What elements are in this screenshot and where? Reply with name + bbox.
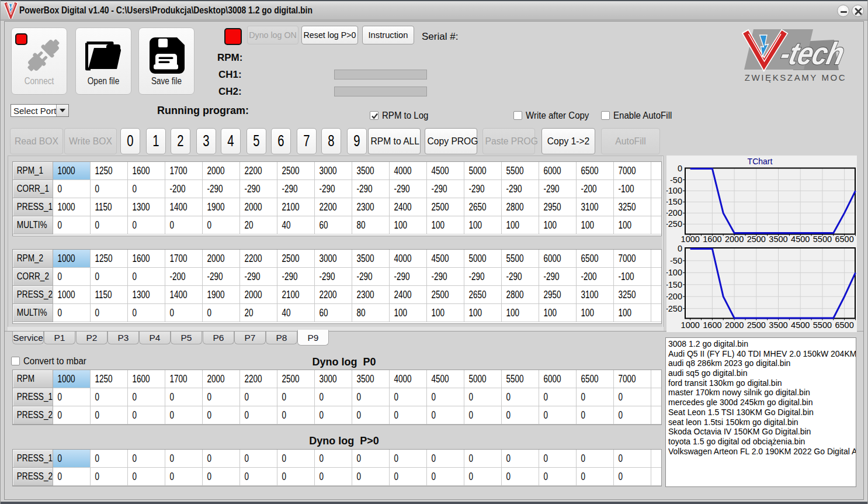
svg-text:-100: -100: [666, 268, 682, 277]
svg-text:3500: 3500: [769, 234, 787, 244]
svg-text:2500: 2500: [747, 234, 766, 244]
svg-text:1600: 1600: [703, 320, 721, 330]
svg-text:-tech: -tech: [777, 36, 848, 71]
svg-text:-250: -250: [666, 219, 682, 229]
svg-text:TChart: TChart: [748, 157, 773, 166]
svg-text:6500: 6500: [835, 234, 853, 244]
svg-text:2500: 2500: [747, 320, 766, 330]
svg-text:-100: -100: [666, 186, 682, 195]
svg-text:2000: 2000: [725, 234, 744, 244]
svg-text:2000: 2000: [725, 320, 744, 330]
svg-text:1000: 1000: [681, 234, 700, 244]
svg-text:-200: -200: [666, 292, 682, 301]
svg-text:-50: -50: [670, 256, 682, 265]
svg-text:0: 0: [678, 164, 682, 173]
svg-text:0: 0: [678, 244, 682, 253]
svg-text:-150: -150: [666, 280, 682, 289]
svg-text:-50: -50: [670, 175, 682, 185]
svg-text:5500: 5500: [813, 320, 832, 330]
svg-text:4500: 4500: [791, 234, 810, 244]
svg-text:1000: 1000: [681, 320, 700, 330]
svg-text:3500: 3500: [769, 320, 787, 330]
svg-text:ZWIĘKSZAMY MOC: ZWIĘKSZAMY MOC: [745, 73, 846, 82]
svg-text:5500: 5500: [813, 234, 832, 244]
svg-text:6500: 6500: [835, 320, 853, 330]
svg-text:1600: 1600: [703, 234, 721, 244]
svg-text:-250: -250: [666, 304, 682, 313]
svg-text:4500: 4500: [791, 320, 810, 330]
svg-text:-150: -150: [666, 197, 682, 206]
svg-text:-200: -200: [666, 208, 682, 218]
